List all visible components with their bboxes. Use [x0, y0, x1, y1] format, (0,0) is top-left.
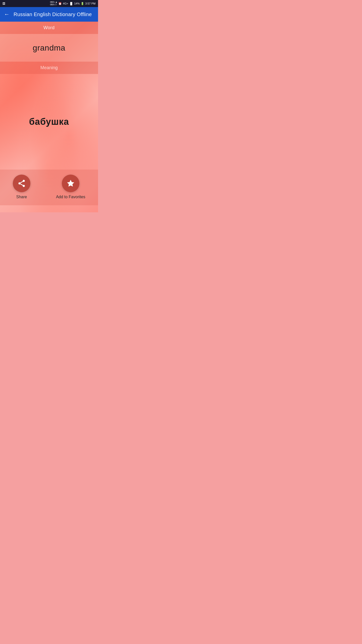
share-button[interactable]: [13, 175, 30, 192]
svg-line-4: [20, 181, 23, 183]
meaning-value: бабушка: [29, 116, 69, 127]
app-bar: ← Russian English Dictionary Offline: [0, 7, 98, 22]
status-bar-right: 0B/s ▲ 0B/s ▽ ⏰ 4G+ ▐▌ 14% 🔋 3:57 PM: [50, 1, 96, 6]
time: 3:57 PM: [85, 2, 96, 5]
app-title: Russian English Dictionary Offline: [14, 12, 92, 17]
favorites-label: Add to Favorites: [56, 195, 85, 199]
network-type: 4G+: [63, 2, 68, 5]
word-label: Word: [0, 22, 98, 34]
meaning-display: бабушка: [0, 74, 98, 170]
favorites-button[interactable]: [62, 175, 79, 192]
share-label: Share: [16, 195, 27, 199]
svg-line-3: [20, 184, 23, 185]
meaning-label: Meaning: [0, 62, 98, 74]
favorites-action[interactable]: Add to Favorites: [56, 175, 85, 199]
download-speed: 0B/s ▽: [50, 4, 57, 6]
main-content: Word grandma Meaning бабушка Share: [0, 22, 98, 212]
svg-point-0: [23, 180, 25, 182]
word-display: grandma: [0, 34, 98, 62]
signal-bars: ▐▌: [69, 2, 73, 5]
svg-point-1: [18, 182, 21, 185]
star-icon: [66, 179, 75, 188]
status-bar: 🖼 0B/s ▲ 0B/s ▽ ⏰ 4G+ ▐▌ 14% 🔋 3:57 PM: [0, 0, 98, 7]
gallery-icon: 🖼: [3, 2, 5, 5]
battery-percent: 14%: [74, 2, 80, 5]
share-icon: [17, 179, 26, 188]
network-speeds: 0B/s ▲ 0B/s ▽: [50, 1, 57, 6]
back-button[interactable]: ←: [4, 11, 10, 18]
word-value: grandma: [33, 43, 65, 53]
svg-point-2: [23, 185, 25, 187]
word-section: Word grandma: [0, 22, 98, 62]
action-bar: Share Add to Favorites: [0, 170, 98, 205]
battery-icon: 🔋: [81, 2, 84, 5]
alarm-icon: ⏰: [58, 2, 62, 5]
status-bar-left: 🖼: [3, 2, 5, 5]
share-action[interactable]: Share: [13, 175, 30, 199]
